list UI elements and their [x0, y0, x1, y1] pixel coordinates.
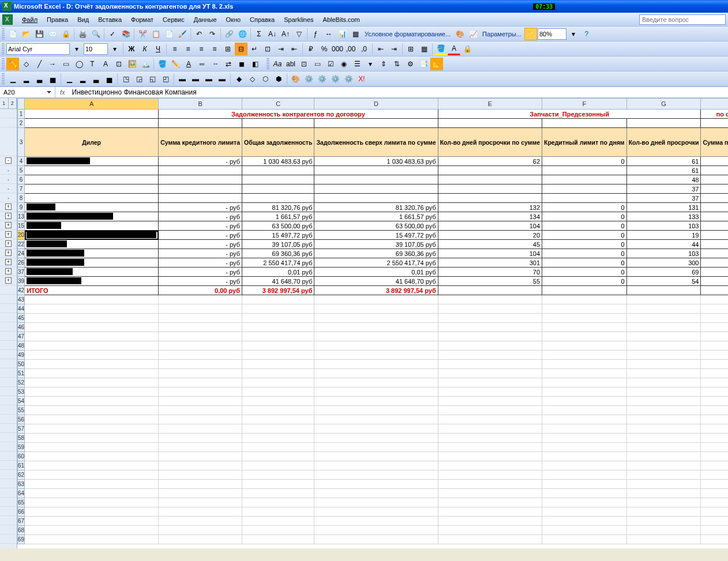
cell[interactable]	[159, 119, 242, 128]
row-header[interactable]: 64	[18, 489, 25, 498]
cell[interactable]	[542, 119, 627, 128]
cell[interactable]: 0	[542, 240, 627, 249]
cell[interactable]	[159, 304, 242, 314]
cell[interactable]	[25, 295, 159, 304]
column-header-E[interactable]: E	[438, 99, 542, 110]
cell[interactable]: 0	[542, 212, 627, 221]
cell[interactable]: 39 107,05 руб	[314, 240, 438, 249]
unmerge-icon[interactable]: ⊡	[261, 43, 274, 55]
cell[interactable]	[542, 507, 627, 517]
cell[interactable]	[542, 341, 627, 351]
cell[interactable]	[159, 507, 242, 517]
menu-view[interactable]: Вид	[73, 15, 93, 24]
cell[interactable]	[542, 369, 627, 378]
cell[interactable]: 103	[626, 221, 701, 231]
cell[interactable]	[242, 369, 314, 378]
spinner-icon[interactable]: ⇅	[391, 58, 403, 70]
spark20-icon[interactable]: ⬢	[272, 73, 285, 85]
cell[interactable]: 61	[626, 157, 701, 166]
cell[interactable]: Дилер	[25, 128, 159, 157]
cell[interactable]: по состоянию на	[701, 110, 728, 119]
cell[interactable]	[438, 286, 542, 295]
line-icon[interactable]: ╱	[33, 58, 46, 70]
cell[interactable]	[701, 415, 728, 424]
menu-service[interactable]: Сервис	[158, 15, 189, 24]
increase-indent2-icon[interactable]: ⇥	[388, 43, 400, 55]
cell[interactable]	[314, 517, 438, 526]
cell[interactable]: 62	[438, 157, 542, 166]
cell[interactable]	[159, 397, 242, 406]
cell[interactable]: 54	[626, 277, 701, 286]
cell[interactable]: 19	[626, 231, 701, 240]
cell[interactable]	[701, 360, 728, 369]
cell[interactable]	[25, 387, 159, 397]
cell[interactable]: 36 048,37 руб	[701, 175, 728, 185]
cell[interactable]	[626, 314, 701, 323]
spark7-icon[interactable]: ▃	[89, 73, 102, 85]
row-header[interactable]: 69	[18, 535, 25, 544]
cell[interactable]	[314, 323, 438, 332]
cell[interactable]	[314, 304, 438, 314]
cell[interactable]	[242, 397, 314, 406]
row-header[interactable]: 6	[18, 175, 25, 185]
cell[interactable]: 63 500,00 руб	[242, 221, 314, 231]
row-header[interactable]: 15	[18, 221, 25, 231]
cell[interactable]: 69 360,36 руб	[314, 249, 438, 258]
zoom-combo[interactable]	[538, 28, 566, 40]
cell[interactable]: - руб	[159, 249, 242, 258]
font-color2-icon[interactable]: A	[182, 58, 195, 70]
cell[interactable]	[701, 369, 728, 378]
cut-icon[interactable]: ✂️	[136, 28, 149, 40]
spark10-icon[interactable]: ◲	[133, 73, 145, 85]
cell[interactable]	[626, 369, 701, 378]
cell[interactable]	[438, 406, 542, 415]
cell[interactable]: 15 497,72 руб	[242, 231, 314, 240]
cell[interactable]	[438, 443, 542, 452]
cell[interactable]	[438, 341, 542, 351]
cell[interactable]	[25, 434, 159, 443]
outline-toggle[interactable]: +	[5, 222, 12, 228]
gridlines-icon[interactable]: ▦	[418, 43, 430, 55]
cell[interactable]	[626, 507, 701, 517]
cell[interactable]	[314, 387, 438, 397]
row-header[interactable]: 57	[18, 424, 25, 434]
cell[interactable]: 300	[626, 258, 701, 268]
row-header[interactable]: 45	[18, 314, 25, 323]
cell[interactable]: 2 550 417,74 руб	[242, 258, 314, 268]
cell[interactable]	[25, 480, 159, 489]
cell[interactable]	[242, 406, 314, 415]
cell[interactable]: Кол-во дней просрочки по сумме	[438, 128, 542, 157]
cell[interactable]: - руб	[159, 203, 242, 212]
cell[interactable]	[701, 526, 728, 535]
row-header[interactable]: 20	[18, 231, 25, 240]
cell[interactable]	[438, 194, 542, 203]
row-header[interactable]: 8	[18, 194, 25, 203]
cell[interactable]	[314, 489, 438, 498]
picture-icon[interactable]: 🏔️	[139, 58, 152, 70]
cell[interactable]	[542, 286, 627, 295]
undo-icon[interactable]: ↶	[193, 28, 205, 40]
cell[interactable]	[626, 424, 701, 434]
select-all-corner[interactable]	[18, 99, 25, 110]
cell[interactable]	[701, 489, 728, 498]
cell[interactable]	[242, 378, 314, 387]
cell[interactable]	[242, 434, 314, 443]
cell[interactable]	[626, 323, 701, 332]
cell[interactable]	[542, 452, 627, 461]
outline-toggle[interactable]: +	[5, 213, 12, 219]
cell[interactable]	[242, 332, 314, 341]
listbox-icon[interactable]: ☰	[351, 58, 363, 70]
cell[interactable]	[242, 387, 314, 397]
cell[interactable]: - руб	[159, 277, 242, 286]
cell[interactable]	[626, 498, 701, 507]
cell[interactable]	[701, 443, 728, 452]
cell[interactable]	[701, 341, 728, 351]
cell[interactable]	[314, 295, 438, 304]
row-header[interactable]: 9	[18, 203, 25, 212]
cell[interactable]	[626, 295, 701, 304]
cell[interactable]	[701, 507, 728, 517]
cell[interactable]: 0	[542, 268, 627, 277]
button-icon[interactable]: ▭	[311, 58, 324, 70]
cell[interactable]	[542, 526, 627, 535]
cell[interactable]	[542, 323, 627, 332]
